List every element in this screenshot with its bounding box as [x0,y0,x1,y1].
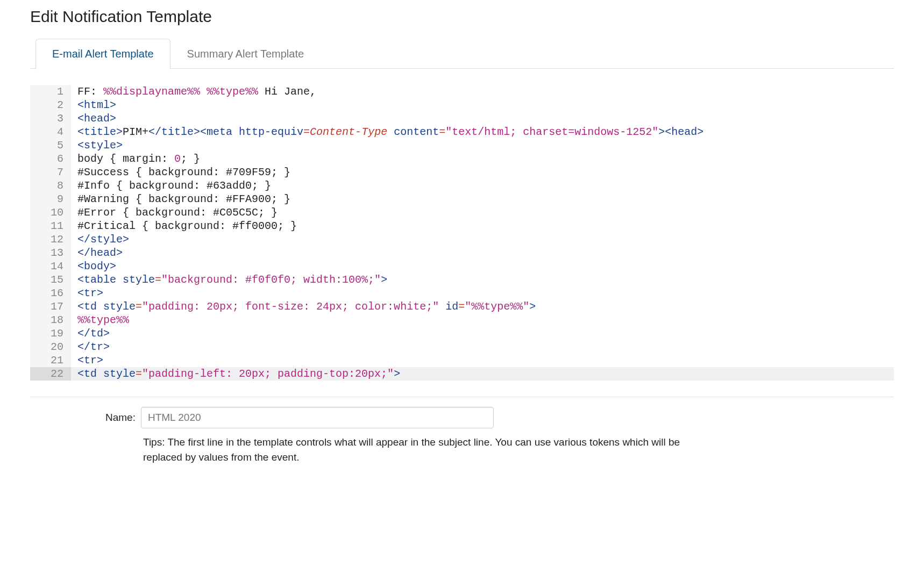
code-line-content[interactable]: <td style="padding: 20px; font-size: 24p… [71,300,894,313]
code-line-content[interactable]: <title>PIM+</title><meta http-equiv=Cont… [71,125,894,139]
code-line-content[interactable]: #Warning { background: #FFA900; } [71,192,894,206]
editor-line[interactable]: 11#Critical { background: #ff0000; } [30,219,894,233]
line-number: 5 [30,139,71,152]
page-title: Edit Notification Template [30,8,894,26]
code-line-content[interactable]: #Critical { background: #ff0000; } [71,219,894,233]
code-line-content[interactable]: #Error { background: #C05C5C; } [71,206,894,219]
editor-line[interactable]: 3<head> [30,112,894,125]
editor-line[interactable]: 22<td style="padding-left: 20px; padding… [30,367,894,381]
editor-line[interactable]: 14<body> [30,260,894,273]
line-number: 17 [30,300,71,313]
editor-line[interactable]: 10#Error { background: #C05C5C; } [30,206,894,219]
section-divider [30,397,894,397]
editor-line[interactable]: 2<html> [30,98,894,112]
line-number: 6 [30,152,71,166]
code-line-content[interactable]: %%type%% [71,313,894,327]
editor-line[interactable]: 9#Warning { background: #FFA900; } [30,192,894,206]
editor-line[interactable]: 1FF: %%displayname%% %%type%% Hi Jane, [30,85,894,98]
editor-line[interactable]: 8#Info { background: #63add0; } [30,179,894,192]
line-number: 18 [30,313,71,327]
code-line-content[interactable]: <tr> [71,286,894,300]
code-line-content[interactable]: <head> [71,112,894,125]
line-number: 2 [30,98,71,112]
line-number: 14 [30,260,71,273]
line-number: 8 [30,179,71,192]
line-number: 12 [30,233,71,246]
tabs-bar: E-mail Alert TemplateSummary Alert Templ… [30,39,894,69]
template-name-input[interactable] [141,407,494,428]
line-number: 4 [30,125,71,139]
line-number: 13 [30,246,71,260]
line-number: 16 [30,286,71,300]
line-number: 15 [30,273,71,286]
editor-line[interactable]: 15<table style="background: #f0f0f0; wid… [30,273,894,286]
editor-line[interactable]: 7#Success { background: #709F59; } [30,166,894,179]
line-number: 20 [30,340,71,354]
editor-line[interactable]: 20</tr> [30,340,894,354]
code-line-content[interactable]: <body> [71,260,894,273]
code-line-content[interactable]: FF: %%displayname%% %%type%% Hi Jane, [71,85,894,98]
code-line-content[interactable]: body { margin: 0; } [71,152,894,166]
tips-text: Tips: The first line in the template con… [143,435,713,464]
code-line-content[interactable]: </td> [71,327,894,340]
editor-line[interactable]: 13</head> [30,246,894,260]
editor-line[interactable]: 6body { margin: 0; } [30,152,894,166]
line-number: 19 [30,327,71,340]
code-line-content[interactable]: <tr> [71,354,894,367]
code-line-content[interactable]: <table style="background: #f0f0f0; width… [71,273,894,286]
tab-summary-alert-template[interactable]: Summary Alert Template [170,39,321,69]
line-number: 1 [30,85,71,98]
line-number: 11 [30,219,71,233]
code-line-content[interactable]: #Info { background: #63add0; } [71,179,894,192]
editor-line[interactable]: 19</td> [30,327,894,340]
editor-line[interactable]: 5<style> [30,139,894,152]
code-line-content[interactable]: #Success { background: #709F59; } [71,166,894,179]
line-number: 22 [30,367,71,381]
code-line-content[interactable]: <td style="padding-left: 20px; padding-t… [71,367,894,381]
code-line-content[interactable]: <html> [71,98,894,112]
name-label: Name: [105,412,136,424]
line-number: 10 [30,206,71,219]
editor-line[interactable]: 16<tr> [30,286,894,300]
editor-line[interactable]: 18%%type%% [30,313,894,327]
code-line-content[interactable]: <style> [71,139,894,152]
code-line-content[interactable]: </tr> [71,340,894,354]
line-number: 7 [30,166,71,179]
code-line-content[interactable]: </head> [71,246,894,260]
line-number: 21 [30,354,71,367]
editor-line[interactable]: 21<tr> [30,354,894,367]
tab-e-mail-alert-template[interactable]: E-mail Alert Template [35,39,170,69]
line-number: 9 [30,192,71,206]
line-number: 3 [30,112,71,125]
editor-line[interactable]: 17<td style="padding: 20px; font-size: 2… [30,300,894,313]
code-editor[interactable]: 1FF: %%displayname%% %%type%% Hi Jane,2<… [30,85,894,381]
editor-line[interactable]: 12</style> [30,233,894,246]
editor-line[interactable]: 4<title>PIM+</title><meta http-equiv=Con… [30,125,894,139]
code-line-content[interactable]: </style> [71,233,894,246]
